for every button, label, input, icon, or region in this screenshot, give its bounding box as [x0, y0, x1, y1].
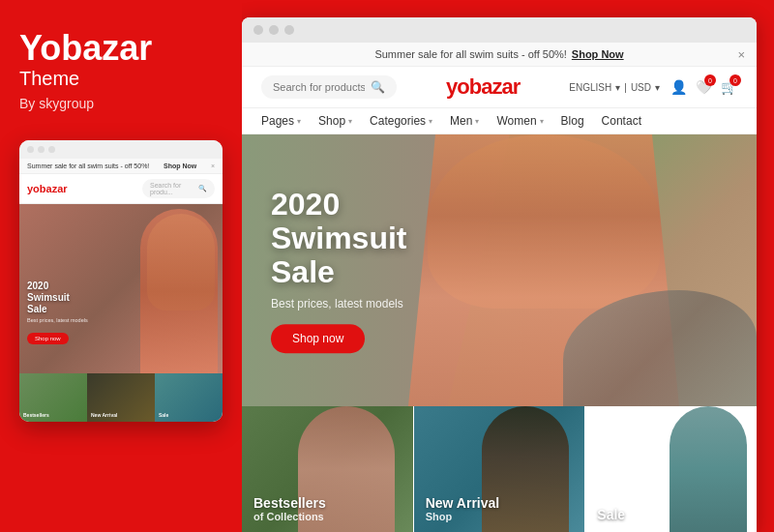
- browser-titlebar: [242, 17, 757, 43]
- mini-announcement-bar: Summer sale for all swim suits - off 50%…: [19, 159, 223, 174]
- search-input[interactable]: [273, 81, 365, 93]
- language-selector[interactable]: ENGLISH: [569, 82, 611, 93]
- bottom-card-new-arrival[interactable]: New Arrival Shop: [414, 406, 585, 532]
- main-header: 🔍 yobazar ENGLISH ▾ | USD ▾ 👤 🤍 0: [242, 67, 757, 108]
- mini-card-bestsellers: Bestsellers: [19, 373, 87, 422]
- mini-search-box: Search for produ... 🔍: [142, 179, 215, 198]
- browser-dot-2: [269, 25, 279, 35]
- lang-currency-selector: ENGLISH ▾ | USD ▾: [569, 82, 660, 93]
- bottom-card-new-arrival-label: New Arrival Shop: [426, 495, 500, 522]
- cart-badge: 0: [729, 74, 741, 86]
- nav-item-contact[interactable]: Contact: [602, 114, 641, 128]
- bottom-card-sale[interactable]: Sale: [585, 406, 757, 532]
- header-icons: 👤 🤍 0 🛒 0: [670, 78, 737, 96]
- bottom-card-bestsellers-label: Bestsellers of Collections: [253, 495, 326, 522]
- bottom-card-bestsellers[interactable]: Bestsellers of Collections: [242, 406, 413, 532]
- mini-header: yobazar Search for produ... 🔍: [19, 174, 223, 204]
- mini-bottom-grid: Bestsellers New Arrival Sale: [19, 373, 223, 422]
- mini-dot-2: [38, 146, 45, 153]
- mini-search-icon: 🔍: [198, 185, 207, 192]
- nav-arrow-pages: ▾: [297, 117, 301, 126]
- browser-content: Summer sale for all swim suits - off 50%…: [242, 43, 757, 532]
- nav-item-categories[interactable]: Categories ▾: [370, 114, 432, 128]
- search-box[interactable]: 🔍: [261, 75, 397, 99]
- mini-logo: yobazar: [27, 183, 68, 194]
- mini-card-sale: Sale: [155, 373, 223, 422]
- nav-arrow-women: ▾: [540, 117, 544, 126]
- nav-arrow-shop: ▾: [348, 117, 352, 126]
- nav-item-women[interactable]: Women ▾: [496, 114, 543, 128]
- nav-item-pages[interactable]: Pages ▾: [261, 114, 301, 128]
- card-person-sale: [670, 406, 747, 532]
- cart-icon[interactable]: 🛒 0: [720, 78, 737, 96]
- bottom-product-grid: Bestsellers of Collections New Arrival S…: [242, 406, 757, 532]
- hero-subtitle: Best prices, latest models: [271, 297, 406, 310]
- search-icon: 🔍: [371, 80, 385, 94]
- mini-hero-text: 2020 Swimsuit Sale Best prices, latest m…: [27, 281, 88, 344]
- wishlist-icon[interactable]: 🤍 0: [695, 78, 712, 96]
- mini-hero-section: 2020 Swimsuit Sale Best prices, latest m…: [19, 204, 223, 373]
- mini-card-new-arrival: New Arrival: [87, 373, 155, 422]
- nav-item-men[interactable]: Men ▾: [450, 114, 479, 128]
- announcement-close-button[interactable]: ×: [737, 47, 745, 62]
- hero-title: 2020 Swimsuit Sale: [271, 188, 406, 290]
- currency-selector[interactable]: USD: [631, 82, 651, 93]
- header-right: ENGLISH ▾ | USD ▾ 👤 🤍 0 🛒 0: [569, 78, 737, 96]
- mini-browser-mockup: Summer sale for all swim suits - off 50%…: [19, 140, 223, 422]
- mini-hero-person: [140, 209, 218, 373]
- bottom-card-sale-label: Sale: [597, 507, 625, 522]
- mini-browser-titlebar: [19, 140, 223, 159]
- brand-title: Yobazar Theme By skygroup: [19, 29, 152, 140]
- browser-dot-3: [284, 25, 294, 35]
- mini-dot-1: [27, 146, 34, 153]
- main-logo: yobazar: [446, 74, 520, 100]
- mini-shop-now-button[interactable]: Shop now: [27, 333, 69, 344]
- browser-dot-1: [253, 25, 263, 35]
- hero-shop-now-button[interactable]: Shop now: [271, 324, 365, 353]
- hero-text-box: 2020 Swimsuit Sale Best prices, latest m…: [271, 188, 406, 354]
- announcement-bar: Summer sale for all swim suits - off 50%…: [242, 43, 757, 67]
- main-browser-window: Summer sale for all swim suits - off 50%…: [242, 17, 757, 532]
- mini-dot-3: [48, 146, 55, 153]
- left-panel: Yobazar Theme By skygroup Summer sale fo…: [0, 0, 242, 532]
- account-icon[interactable]: 👤: [670, 78, 687, 96]
- nav-arrow-men: ▾: [475, 117, 479, 126]
- hero-section: 2020 Swimsuit Sale Best prices, latest m…: [242, 134, 757, 406]
- wishlist-badge: 0: [704, 74, 716, 86]
- nav-item-shop[interactable]: Shop ▾: [318, 114, 352, 128]
- main-navigation: Pages ▾ Shop ▾ Categories ▾ Men ▾ Women …: [242, 108, 757, 134]
- nav-item-blog[interactable]: Blog: [561, 114, 584, 128]
- announcement-shop-now-link[interactable]: Shop Now: [572, 48, 624, 60]
- nav-arrow-categories: ▾: [429, 117, 432, 126]
